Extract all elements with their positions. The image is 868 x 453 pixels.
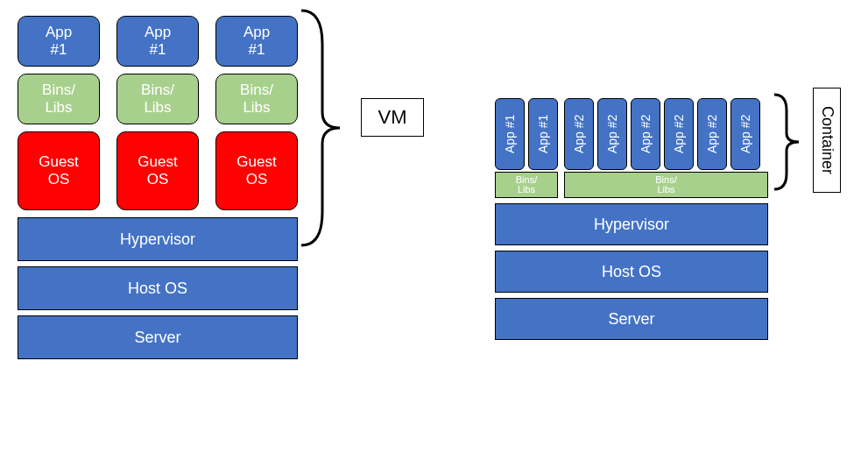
container-app-block: App #2	[697, 98, 727, 170]
vm-bins-libs-block: Bins/ Libs	[116, 74, 199, 124]
container-app-block: App #2	[730, 98, 760, 170]
vm-hypervisor-block: Hypervisor	[18, 217, 298, 261]
container-label: Container	[813, 88, 841, 193]
vm-bins-libs-block: Bins/ Libs	[215, 74, 298, 124]
container-apps-row: App #1 App #1 App #2 App #2 App #2 App #…	[495, 98, 768, 170]
curly-brace-icon	[773, 93, 801, 191]
vm-guest-os-block: Guest OS	[215, 131, 298, 210]
container-server-block: Server	[495, 298, 768, 340]
container-base-layers: Hypervisor Host OS Server	[495, 203, 768, 340]
vm-column: App #1 Bins/ Libs Guest OS	[18, 16, 100, 210]
vm-label: VM	[361, 98, 424, 137]
container-app-group: App #2 App #2 App #2 App #2 App #2 App #…	[564, 98, 760, 170]
vm-app-block: App #1	[215, 16, 298, 67]
container-app-block: App #2	[664, 98, 694, 170]
vm-host-os-block: Host OS	[18, 266, 298, 310]
vm-bins-libs-block: Bins/ Libs	[18, 74, 100, 124]
container-host-os-block: Host OS	[495, 251, 768, 293]
vm-guest-os-block: Guest OS	[116, 131, 199, 210]
container-app-block: App #2	[631, 98, 660, 170]
container-app-block: App #2	[597, 98, 627, 170]
container-diagram: App #1 App #1 App #2 App #2 App #2 App #…	[495, 98, 768, 340]
container-bins-row: Bins/ Libs Bins/ Libs	[495, 172, 768, 198]
vm-app-block: App #1	[116, 16, 199, 67]
vm-base-layers: Hypervisor Host OS Server	[18, 217, 298, 359]
vm-app-block: App #1	[18, 16, 100, 67]
container-bins-libs-block: Bins/ Libs	[564, 172, 768, 198]
container-hypervisor-block: Hypervisor	[495, 203, 768, 245]
vm-columns: App #1 Bins/ Libs Guest OS App #1 Bins/ …	[18, 16, 298, 210]
container-app-block: App #1	[528, 98, 558, 170]
container-app-block: App #2	[564, 98, 594, 170]
vm-diagram: App #1 Bins/ Libs Guest OS App #1 Bins/ …	[18, 16, 298, 359]
vm-guest-os-block: Guest OS	[18, 131, 100, 210]
container-app-block: App #1	[495, 98, 525, 170]
curly-brace-icon	[300, 9, 342, 247]
vm-server-block: Server	[18, 315, 298, 359]
container-app-group: App #1 App #1	[495, 98, 558, 170]
container-bins-libs-block: Bins/ Libs	[495, 172, 558, 198]
vm-column: App #1 Bins/ Libs Guest OS	[116, 16, 199, 210]
vm-column: App #1 Bins/ Libs Guest OS	[215, 16, 298, 210]
container-label-text: Container	[818, 106, 836, 174]
